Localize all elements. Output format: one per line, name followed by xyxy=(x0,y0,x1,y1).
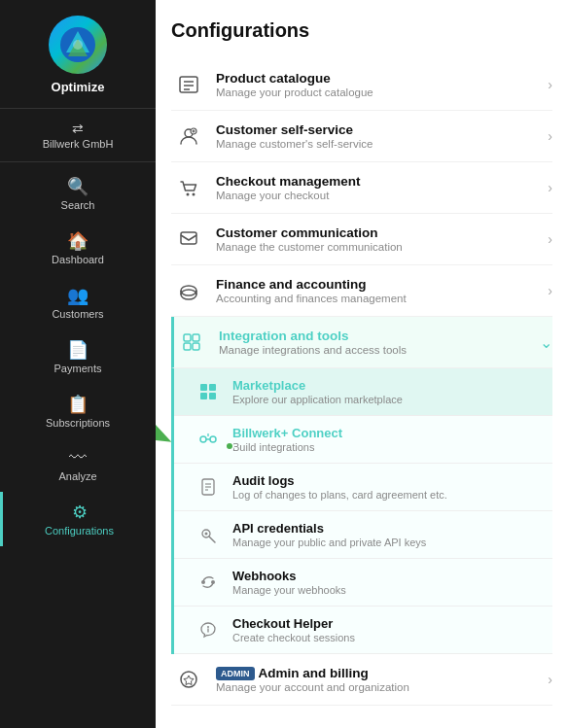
sidebar: Optimize ⇄ Billwerk GmbH 🔍 Search 🏠 Dash… xyxy=(0,0,156,728)
svg-rect-22 xyxy=(193,343,199,350)
search-icon: 🔍 xyxy=(67,176,89,197)
checkout-helper-label: Checkout Helper xyxy=(232,616,543,631)
main-content: Configurations Product catalogue Manage … xyxy=(156,0,568,728)
product-catalogue-label: Product catalogue xyxy=(216,71,548,86)
audit-logs-label: Audit logs xyxy=(232,473,543,488)
api-credentials-label: API credentials xyxy=(232,521,543,536)
chevron-right-icon: › xyxy=(548,180,552,195)
audit-logs-desc: Log of changes to plans, card agreement … xyxy=(232,489,543,501)
account-switch-icon: ⇄ xyxy=(72,121,84,136)
marketplace-label: Marketplace xyxy=(232,378,543,393)
sidebar-brand-label: Optimize xyxy=(52,80,105,94)
sub-item-checkout-helper[interactable]: Checkout Helper Create checkout sessions xyxy=(174,607,552,654)
finance-accounting-icon xyxy=(171,280,206,301)
sidebar-item-analyze[interactable]: 〰 Analyze xyxy=(0,438,156,492)
billwerk-connect-label: Billwerk+ Connect xyxy=(232,426,543,440)
svg-point-28 xyxy=(210,436,216,442)
config-item-customer-communication[interactable]: Customer communication Manage the custom… xyxy=(171,214,552,265)
webhooks-icon xyxy=(194,572,223,592)
product-catalogue-icon xyxy=(171,74,206,95)
config-item-checkout-management[interactable]: Checkout management Manage your checkout… xyxy=(171,162,552,214)
sidebar-item-subscriptions[interactable]: 📋 Subscriptions xyxy=(0,384,156,438)
sidebar-item-customers[interactable]: 👥 Customers xyxy=(0,275,156,329)
finance-accounting-label: Finance and accounting xyxy=(216,277,548,292)
svg-rect-19 xyxy=(184,334,191,341)
integration-tools-label: Integration and tools xyxy=(219,329,540,343)
svg-point-3 xyxy=(73,40,83,50)
svg-rect-23 xyxy=(200,384,207,391)
checkout-helper-icon xyxy=(194,620,223,640)
sidebar-item-payments[interactable]: 📄 Payments xyxy=(0,329,156,384)
customer-self-service-label: Customer self-service xyxy=(216,122,548,137)
svg-rect-21 xyxy=(184,343,191,350)
svg-rect-24 xyxy=(209,384,216,391)
svg-point-37 xyxy=(205,533,208,536)
configurations-icon: ⚙ xyxy=(72,502,88,523)
chevron-right-icon: › xyxy=(548,283,552,298)
admin-billing-icon xyxy=(171,669,206,690)
sidebar-item-search[interactable]: 🔍 Search xyxy=(0,166,156,221)
arrow-annotation xyxy=(156,415,176,464)
webhooks-desc: Manage your webhooks xyxy=(232,584,543,596)
sidebar-account-label: Billwerk GmbH xyxy=(43,138,114,150)
sub-item-audit-logs[interactable]: Audit logs Log of changes to plans, card… xyxy=(174,464,552,511)
green-status-dot xyxy=(225,441,234,451)
svg-rect-14 xyxy=(181,232,196,244)
sub-item-marketplace[interactable]: Marketplace Explore our application mark… xyxy=(174,368,552,416)
checkout-management-icon xyxy=(171,177,206,198)
checkout-management-label: Checkout management xyxy=(216,174,548,189)
config-item-admin-billing[interactable]: ADMIN Admin and billing Manage your acco… xyxy=(171,654,552,706)
svg-line-36 xyxy=(209,537,215,542)
svg-point-12 xyxy=(187,193,190,196)
payments-icon: 📄 xyxy=(67,339,89,361)
sidebar-logo xyxy=(49,16,107,74)
integration-tools-desc: Manage integrations and access tools xyxy=(219,344,540,356)
customer-communication-desc: Manage the customer communication xyxy=(216,241,548,253)
config-item-finance-accounting[interactable]: Finance and accounting Accounting and fi… xyxy=(171,265,552,317)
chevron-right-icon: › xyxy=(548,672,552,687)
marketplace-icon xyxy=(194,382,223,401)
billwerk-connect-icon xyxy=(194,430,223,449)
webhooks-label: Webhooks xyxy=(232,569,543,583)
customer-self-service-desc: Manage customer's self-service xyxy=(216,138,548,150)
customers-icon: 👥 xyxy=(67,285,89,306)
svg-point-27 xyxy=(200,436,206,442)
marketplace-desc: Explore our application marketplace xyxy=(232,394,543,405)
checkout-management-desc: Manage your checkout xyxy=(216,190,548,201)
customer-communication-icon xyxy=(171,228,206,250)
sidebar-item-configurations[interactable]: ⚙ Configurations xyxy=(0,492,156,546)
api-credentials-icon xyxy=(194,525,223,544)
sidebar-item-dashboard[interactable]: 🏠 Dashboard xyxy=(0,221,156,275)
svg-point-38 xyxy=(201,580,205,584)
svg-point-13 xyxy=(193,193,195,196)
config-item-customer-self-service[interactable]: Customer self-service Manage customer's … xyxy=(171,111,552,162)
admin-badge: ADMIN xyxy=(216,667,255,680)
svg-rect-25 xyxy=(200,393,207,399)
config-item-product-catalogue[interactable]: Product catalogue Manage your product ca… xyxy=(171,59,552,111)
sub-item-api-credentials[interactable]: API credentials Manage your public and p… xyxy=(174,511,552,559)
api-credentials-desc: Manage your public and private API keys xyxy=(232,537,543,548)
chevron-down-icon: ⌄ xyxy=(540,333,552,352)
checkout-helper-desc: Create checkout sessions xyxy=(232,632,543,643)
sub-item-billwerk-connect[interactable]: Billwerk+ Connect Build integrations xyxy=(174,416,552,464)
svg-rect-20 xyxy=(193,334,199,341)
svg-rect-26 xyxy=(209,393,216,399)
admin-billing-label: Admin and billing xyxy=(259,666,369,680)
integration-tools-icon xyxy=(174,331,209,353)
dashboard-icon: 🏠 xyxy=(67,230,89,252)
audit-logs-icon xyxy=(194,477,223,497)
sub-item-webhooks[interactable]: Webhooks Manage your webhooks xyxy=(174,559,552,607)
svg-point-42 xyxy=(181,672,196,687)
finance-accounting-desc: Accounting and finances management xyxy=(216,293,548,304)
chevron-right-icon: › xyxy=(548,128,552,144)
admin-billing-desc: Manage your account and organization xyxy=(216,681,548,693)
billwerk-connect-desc: Build integrations xyxy=(232,441,543,453)
integration-sub-items: Marketplace Explore our application mark… xyxy=(171,368,552,654)
subscriptions-icon: 📋 xyxy=(67,394,89,415)
config-item-integration-tools[interactable]: Integration and tools Manage integration… xyxy=(171,317,552,368)
chevron-right-icon: › xyxy=(548,77,552,92)
chevron-right-icon: › xyxy=(548,231,552,247)
page-title: Configurations xyxy=(171,19,552,42)
sidebar-account[interactable]: ⇄ Billwerk GmbH xyxy=(0,113,156,157)
analyze-icon: 〰 xyxy=(69,448,87,468)
